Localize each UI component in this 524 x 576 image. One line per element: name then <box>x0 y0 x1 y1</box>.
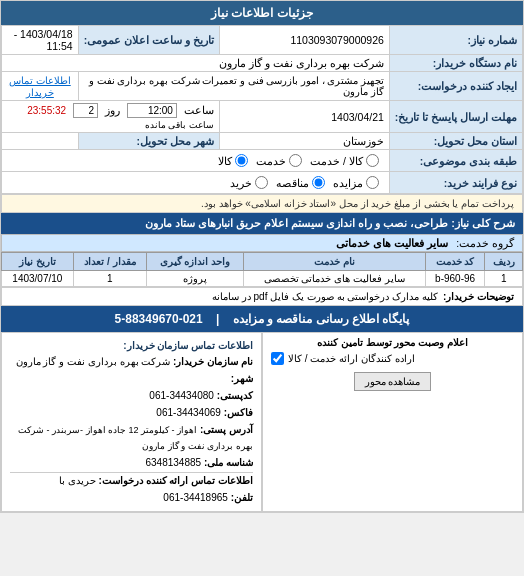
cell-service: سایر فعالیت های خدماتی تخصصی <box>243 271 425 287</box>
radio-monaghese-input[interactable] <box>312 176 325 189</box>
city-value <box>2 133 79 150</box>
deadline-time: 23:55:32 <box>27 105 66 116</box>
phone-value: 34418965-061 <box>163 492 228 503</box>
description-box: توضیحات خریدار: کلیه مدارک درخواستی به ص… <box>1 287 523 306</box>
remaining-label: روز <box>105 104 120 116</box>
cell-unit: پروژه <box>147 271 244 287</box>
col-qty: مقدار / تعداد <box>73 253 146 271</box>
phone-row: تلفن: 34418965-061 <box>10 490 253 505</box>
province-label: استان محل تحویل: <box>389 133 522 150</box>
category-radio-group: کالا / خدمت خدمت کالا <box>7 152 384 169</box>
requester-label: نام دستگاه خریدار: <box>389 55 522 72</box>
radio-kala-label: کالا <box>218 155 232 167</box>
province-value: خوزستان <box>219 133 389 150</box>
send-by-value: تجهیز مشتری ، امور بازرسی فنی و تعمیرات … <box>78 72 389 101</box>
contact-info-link[interactable]: اطلاعات تماس خریدار <box>9 75 71 98</box>
page-header: جزئیات اطلاعات نیاز <box>1 1 523 25</box>
footer-website: پایگاه اطلاع رسانی مناقصه و مزایده <box>233 312 410 326</box>
col-row: ردیف <box>485 253 523 271</box>
buyer-name-label: نام سازمان خریدار: <box>173 356 253 367</box>
fax-row: فاکس: 34434069-061 <box>10 405 253 420</box>
cell-date: 1403/07/10 <box>2 271 74 287</box>
radio-kharid-input[interactable] <box>255 176 268 189</box>
time-label: ساعت <box>184 104 214 116</box>
radio-kala[interactable]: کالا <box>218 154 248 167</box>
radio-mozayede-input[interactable] <box>366 176 379 189</box>
header-title: جزئیات اطلاعات نیاز <box>211 6 313 20</box>
national-id-value: 6348134885 <box>145 457 201 468</box>
service-group-header: گروه خدمت: سایر فعالیت های خدماتی <box>1 234 523 252</box>
footer-phone: 021-88349670-5 <box>115 312 203 326</box>
radio-kala-input[interactable] <box>235 154 248 167</box>
radio-kala-khadamat-input[interactable] <box>366 154 379 167</box>
national-id-row: شناسه ملی: 6348134885 <box>10 455 253 470</box>
fax-label: فاکس: <box>224 407 253 418</box>
notice-box: پرداخت تمام یا بخشی از مبلغ خرید از محل … <box>1 194 523 213</box>
radio-mozayede-label: مزایده <box>333 177 363 189</box>
postal-label: کدپستی: <box>217 390 253 401</box>
checkbox-row: اراده کنندگان ارائه خدمت / کالا <box>271 352 514 365</box>
postal-row: کدپستی: 34434080-061 <box>10 388 253 403</box>
radio-kala-khadamat[interactable]: کالا / خدمت <box>310 154 379 167</box>
radio-khadamat[interactable]: خدمت <box>256 154 302 167</box>
radio-monaghese[interactable]: مناقصه <box>276 176 325 189</box>
requester-value: شرکت بهره برداری نفت و گاز مارون <box>2 55 390 72</box>
bottom-right: اطلاعات تماس سازمان خریدار: نام سازمان خ… <box>1 332 262 512</box>
category-label: طبقه بندی موضوعی: <box>389 150 522 172</box>
main-container: جزئیات اطلاعات نیاز شماره نیاز: 11030930… <box>0 0 524 513</box>
city-label2: شهر: <box>231 373 253 384</box>
left-label: اراده کنندگان ارائه خدمت / کالا <box>288 353 415 364</box>
radio-kharid-label: خرید <box>230 177 252 189</box>
requester-contact-label: اطلاعات تماس ارائه کننده درخواست: <box>99 475 253 486</box>
contact-title: اطلاعات تماس سازمان خریدار: <box>10 337 253 354</box>
confirm-button[interactable]: مشاهده محور <box>354 372 432 391</box>
address-row: آدرس پستی: اهواز - کیلومتر 12 جاده اهواز… <box>10 422 253 453</box>
group-label: گروه خدمت: <box>456 237 514 249</box>
bottom-left: اعلام وصبت محور توسط تامین کننده اراده ک… <box>262 332 523 512</box>
cell-quantity: 1 <box>73 271 146 287</box>
radio-khadamat-input[interactable] <box>289 154 302 167</box>
date-time-value: 1403/04/18 - 11:54 <box>2 26 79 55</box>
address-label: آدرس پستی: <box>200 424 253 435</box>
remaining-input[interactable] <box>73 103 98 118</box>
cell-code: 960-96-b <box>425 271 485 287</box>
notice-text: پرداخت تمام یا بخشی از مبلغ خرید از محل … <box>201 198 514 209</box>
radio-kala-khadamat-label: کالا / خدمت <box>310 155 363 167</box>
provider-checkbox[interactable] <box>271 352 284 365</box>
phone-label: تلفن: <box>231 492 253 503</box>
buyer-name-value: شرکت بهره برداری نفت و گاز مارون <box>16 356 171 367</box>
postal-value: 34434080-061 <box>149 390 214 401</box>
title-bar: شرح کلی نیاز: طراحی، نصب و راه اندازی سی… <box>1 213 523 234</box>
request-number-label: شماره نیاز: <box>389 26 522 55</box>
desc-value: کلیه مدارک درخواستی به صورت یک فایل pdf … <box>212 291 438 302</box>
col-code: کد خدمت <box>425 253 485 271</box>
col-date: تاریخ نیاز <box>2 253 74 271</box>
service-table: ردیف کد خدمت نام خدمت واحد اندازه گیری م… <box>1 252 523 287</box>
send-by-label: ایجاد کننده درخواست: <box>389 72 522 101</box>
table-row: 1960-96-bسایر فعالیت های خدماتی تخصصیپرو… <box>2 271 523 287</box>
radio-mozayede[interactable]: مزایده <box>333 176 379 189</box>
date-time-label: تاریخ و ساعت اعلان عمومی: <box>78 26 219 55</box>
col-unit: واحد اندازه گیری <box>147 253 244 271</box>
date-label: مهلت ارسال پایسخ تا تاریخ: <box>389 101 522 133</box>
remaining-label2: ساعت باقی مانده <box>145 120 214 130</box>
buyer-name-row: نام سازمان خریدار: شرکت بهره برداری نفت … <box>10 354 253 369</box>
title-bar-text: شرح کلی نیاز: طراحی، نصب و راه اندازی سی… <box>145 217 515 229</box>
city-row: شهر: <box>10 371 253 386</box>
national-id-label: شناسه ملی: <box>204 457 253 468</box>
radio-khadamat-label: خدمت <box>256 155 286 167</box>
city-label: شهر محل تحویل: <box>78 133 219 150</box>
col-service: نام خدمت <box>243 253 425 271</box>
group-value: سایر فعالیت های خدماتی <box>336 237 448 249</box>
cell-row: 1 <box>485 271 523 287</box>
requester-contact-row: اطلاعات تماس ارائه کننده درخواست: حریدی … <box>10 473 253 488</box>
footer-bar: پایگاه اطلاع رسانی مناقصه و مزایده | 021… <box>1 306 523 332</box>
time-input[interactable] <box>127 103 177 118</box>
info-table: شماره نیاز: 1103093079000926 تاریخ و ساع… <box>1 25 523 194</box>
fax-value: 34434069-061 <box>156 407 221 418</box>
requester-contact-value: حریدی با <box>59 475 96 486</box>
radio-kharid[interactable]: خرید <box>230 176 268 189</box>
order-type-label: نوع فرایند خرید: <box>389 172 522 194</box>
bottom-section: اعلام وصبت محور توسط تامین کننده اراده ک… <box>1 332 523 512</box>
desc-label: توضیحات خریدار: <box>443 291 514 302</box>
